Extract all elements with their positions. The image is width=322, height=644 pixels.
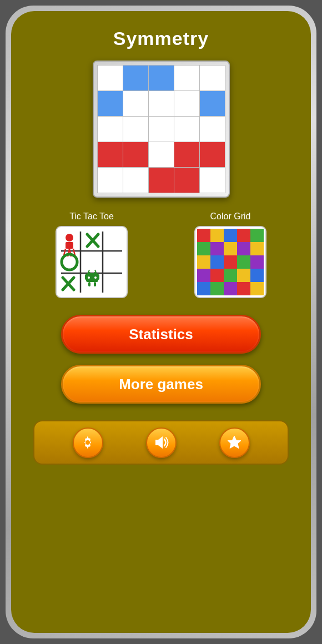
svg-rect-20 — [85, 274, 87, 280]
statistics-button[interactable]: Statistics — [61, 315, 261, 354]
svg-point-19 — [94, 276, 97, 279]
svg-point-4 — [66, 234, 73, 242]
svg-marker-29 — [228, 436, 241, 449]
star-icon — [226, 434, 243, 451]
symmetry-grid — [97, 65, 225, 193]
tic-tac-toe-label: Tic Tac Toe — [42, 212, 142, 222]
more-games-button[interactable]: More games — [61, 365, 261, 404]
app-title: Symmetry — [113, 28, 209, 49]
rate-button[interactable] — [219, 427, 250, 458]
svg-rect-22 — [88, 282, 90, 286]
phone-frame: Symmetry Tic Tac Toe Color Grid — [6, 6, 316, 638]
svg-marker-28 — [155, 436, 163, 449]
svg-point-12 — [62, 254, 77, 270]
game-icons-row — [22, 226, 300, 298]
svg-point-27 — [85, 440, 90, 445]
color-grid-icon-box[interactable] — [194, 226, 266, 298]
svg-rect-23 — [94, 282, 96, 286]
sound-icon — [153, 434, 169, 451]
sound-button[interactable] — [146, 427, 177, 458]
game-labels: Tic Tac Toe Color Grid — [22, 212, 300, 222]
svg-rect-21 — [97, 274, 99, 280]
color-grid-svg — [197, 229, 264, 295]
tic-tac-toe-svg — [58, 229, 125, 295]
tic-tac-toe-icon-box[interactable] — [56, 226, 128, 298]
color-grid-label: Color Grid — [180, 212, 280, 222]
symmetry-grid-container — [93, 61, 230, 198]
phone-inner: Symmetry Tic Tac Toe Color Grid — [11, 11, 311, 633]
svg-point-18 — [88, 276, 90, 279]
settings-icon — [79, 434, 96, 451]
settings-button[interactable] — [73, 427, 103, 458]
bottom-toolbar — [33, 420, 289, 465]
svg-rect-5 — [66, 242, 73, 249]
